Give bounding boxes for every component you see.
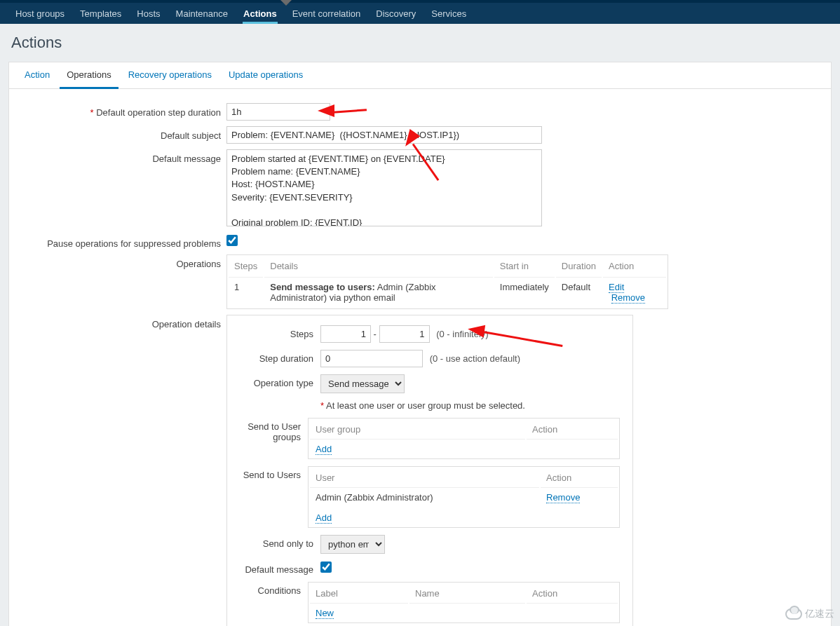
op-details-cell: Send message to users: Admin (Zabbix Adm… <box>264 277 493 307</box>
col-cond-label: Label <box>310 584 408 604</box>
steps-to-input[interactable] <box>379 325 430 343</box>
op-step-num: 1 <box>229 277 263 307</box>
main-panel: Action Operations Recovery operations Up… <box>8 62 832 626</box>
opdetails-label: Operation details <box>152 319 221 329</box>
subject-label: Default subject <box>161 130 221 141</box>
col-steps: Steps <box>229 257 263 275</box>
sub-tabs: Action Operations Recovery operations Up… <box>9 62 831 89</box>
cloud-icon <box>785 608 802 620</box>
user-groups-table: User group Action Add <box>308 418 620 459</box>
conditions-table: Label Name Action New <box>308 582 620 623</box>
col-cond-action: Action <box>527 584 618 604</box>
stepdur-label: Step duration <box>259 353 313 364</box>
nav-templates[interactable]: Templates <box>72 3 129 24</box>
nav-discovery[interactable]: Discovery <box>368 3 424 24</box>
user-row: Admin (Zabbix Administrator) Remove <box>310 489 618 505</box>
pause-checkbox[interactable] <box>226 235 238 246</box>
op-startin: Immediately <box>494 277 555 307</box>
stepdur-hint: (0 - use action default) <box>430 353 520 364</box>
col-cond-name: Name <box>409 584 525 604</box>
message-textarea[interactable]: Problem started at {EVENT.TIME} on {EVEN… <box>226 149 542 226</box>
sendonly-label: Send only to <box>263 538 313 549</box>
message-label: Default message <box>152 154 221 164</box>
operation-details-box: Steps - (0 - infinitely) <box>226 315 633 626</box>
tab-operations[interactable]: Operations <box>60 62 118 89</box>
sendonly-select[interactable]: python email <box>320 535 385 554</box>
nav-actions[interactable]: Actions <box>236 3 285 24</box>
op-edit-link[interactable]: Edit <box>609 282 624 293</box>
page-title: Actions <box>0 24 840 62</box>
cond-new-link[interactable]: New <box>316 608 334 619</box>
duration-label: Default operation step duration <box>96 107 221 118</box>
user-name-cell: Admin (Zabbix Administrator) <box>310 489 539 505</box>
steps-hint: (0 - infinitely) <box>436 329 488 339</box>
require-user-msg: At least one user or user group must be … <box>326 400 525 411</box>
operations-table: Steps Details Start in Duration Action 1… <box>226 254 668 309</box>
nav-hosts[interactable]: Hosts <box>129 3 168 24</box>
watermark: 亿速云 <box>785 608 834 620</box>
optype-label: Operation type <box>254 378 313 388</box>
pause-label: Pause operations for suppressed problems <box>47 238 221 249</box>
nav-event-correlation[interactable]: Event correlation <box>285 3 369 24</box>
operations-form: * Default operation step duration Defaul… <box>9 89 831 626</box>
operations-label: Operations <box>176 259 221 269</box>
duration-input[interactable] <box>226 103 330 121</box>
conditions-label: Conditions <box>258 585 301 596</box>
sendusers-label: Send to Users <box>243 470 301 480</box>
nav-host-groups[interactable]: Host groups <box>8 3 72 24</box>
tab-recovery-operations[interactable]: Recovery operations <box>121 62 219 88</box>
col-user-action: Action <box>541 468 618 488</box>
defmsg-checkbox[interactable] <box>320 562 332 573</box>
defmsg-label: Default message <box>245 564 313 575</box>
groups-add-link[interactable]: Add <box>316 444 332 455</box>
users-table: User Action Admin (Zabbix Administrator)… <box>308 466 620 528</box>
col-startin: Start in <box>494 257 555 275</box>
users-add-link[interactable]: Add <box>316 512 332 524</box>
col-grp-action: Action <box>527 420 618 440</box>
col-duration: Duration <box>556 257 602 275</box>
steps-label: Steps <box>290 329 313 339</box>
sendgroups-label: Send to User groups <box>248 421 301 442</box>
tab-update-operations[interactable]: Update operations <box>222 62 310 88</box>
operation-row: 1 Send message to users: Admin (Zabbix A… <box>229 277 666 307</box>
nav-maintenance[interactable]: Maintenance <box>168 3 236 24</box>
op-remove-link[interactable]: Remove <box>611 292 645 304</box>
tab-action[interactable]: Action <box>18 62 57 88</box>
subject-input[interactable] <box>226 126 542 144</box>
col-action: Action <box>603 257 666 275</box>
optype-select[interactable]: Send message <box>320 374 405 393</box>
nav-services[interactable]: Services <box>424 3 474 24</box>
col-user-group: User group <box>310 420 525 440</box>
top-navbar: Host groups Templates Hosts Maintenance … <box>0 0 840 24</box>
col-details: Details <box>264 257 493 275</box>
col-user: User <box>310 468 539 488</box>
steps-from-input[interactable] <box>320 325 371 343</box>
stepdur-input[interactable] <box>320 350 423 367</box>
user-remove-link[interactable]: Remove <box>546 492 580 503</box>
op-duration: Default <box>556 277 602 307</box>
